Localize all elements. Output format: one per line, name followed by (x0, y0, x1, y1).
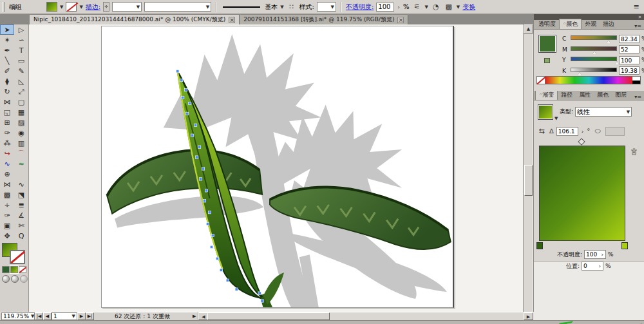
gradient-tab-渐变[interactable]: ◦渐变 (535, 90, 558, 100)
paint-gradient-button[interactable] (10, 266, 18, 273)
scroll-up-icon[interactable]: ▲ (524, 24, 533, 33)
curve-arrow-tool[interactable]: ↪ (0, 148, 14, 158)
free-transform-tool[interactable]: ▢ (14, 97, 28, 107)
artboard-number-select[interactable]: 1▼ (52, 312, 77, 320)
next-page-icon[interactable]: ▶ (77, 312, 86, 320)
brush-dropdown-icon[interactable]: ▼ (280, 5, 283, 10)
color-tab-描边[interactable]: 描边 (600, 19, 618, 29)
prev-page-icon[interactable]: ◀ (43, 312, 52, 320)
stop-opacity-input[interactable]: 100› (584, 250, 606, 259)
color-tab-外观[interactable]: 外观 (582, 19, 600, 29)
tab-close-icon[interactable]: × (397, 17, 404, 23)
angle-stepper-icon[interactable]: › (581, 128, 585, 135)
wave-tool[interactable]: ≈ (14, 158, 28, 169)
gradient-tab-属性[interactable]: 属性 (576, 90, 594, 100)
measure-eyedropper-tool[interactable]: ✑ (0, 210, 14, 220)
mesh-tool[interactable]: ⊞ (0, 117, 14, 128)
opacity-link[interactable]: 不透明度: (346, 3, 374, 12)
slider-marker-K[interactable] (578, 72, 582, 75)
arc-tool[interactable]: ⌒ (14, 148, 28, 158)
align-grid-icon[interactable]: ▩ (444, 2, 454, 12)
blend-tool[interactable]: ◉ (14, 128, 28, 138)
shell-warp-tool[interactable]: ∿ (14, 179, 28, 189)
horizontal-scrollbar[interactable]: ◀ ▶ (198, 312, 533, 321)
live-paint-selection-tool[interactable]: ⬔ (14, 189, 28, 200)
scribble-tool[interactable]: ∻ (0, 200, 14, 210)
line-segment-tool[interactable]: ╲ (0, 55, 14, 66)
eraser-tool[interactable]: ◺ (14, 76, 28, 86)
fill-dropdown-icon[interactable]: ▼ (60, 5, 63, 10)
target-tool[interactable]: ⊕ (0, 169, 14, 179)
color-spectrum-bar[interactable] (536, 76, 641, 84)
artboard[interactable] (101, 26, 454, 308)
channel-value-Y[interactable]: 100 (619, 56, 639, 64)
paint-color-button[interactable] (2, 266, 10, 273)
align-dropdown-icon[interactable]: ▼ (457, 5, 460, 10)
document-tab-1[interactable]: Nipic_1018410_20131203144416878000.ai* @… (30, 15, 240, 24)
vertical-scrollbar[interactable]: ▲ (523, 24, 533, 312)
current-color-swatch[interactable] (538, 35, 556, 53)
graph-tool[interactable]: ▥ (14, 138, 28, 148)
magic-wand-tool[interactable]: ✶ (0, 35, 14, 45)
gradient-tab-颜色[interactable]: 颜色 (594, 90, 612, 100)
symbol-sprayer-tool[interactable]: ⁂ (0, 138, 14, 148)
live-paint-tool[interactable]: ▩ (0, 189, 14, 200)
stroke-panel-link[interactable]: 描边: (86, 3, 100, 12)
channel-value-K[interactable]: 19.38 (619, 66, 639, 75)
gradient-stop-end[interactable] (621, 242, 628, 249)
gradient-slider-preview[interactable] (539, 146, 625, 241)
style-combo[interactable]: ▼ (317, 2, 336, 12)
paintbrush-tool[interactable]: ✐ (0, 66, 14, 76)
reverse-gradient-icon[interactable]: ⇆ (536, 126, 547, 136)
scale-tool[interactable]: ⤢ (14, 86, 28, 97)
tab-close-icon[interactable]: × (229, 17, 235, 23)
stroke-swatch[interactable] (10, 250, 25, 264)
scroll-left-icon[interactable]: ◀ (198, 312, 208, 320)
zoom-level-select[interactable]: 119.75%▼ (1, 312, 35, 320)
screen-mode-full-button[interactable] (20, 275, 28, 283)
graph-style-icon[interactable]: ⚟ (412, 2, 422, 12)
canvas-area[interactable]: ▲ (29, 24, 533, 312)
dock-collapse-icon[interactable]: » (638, 14, 641, 20)
out-of-gamut-cube-icon[interactable] (544, 58, 550, 63)
direct-selection-tool[interactable]: ▷ (14, 24, 28, 35)
gradient-swatch[interactable] (538, 104, 553, 120)
first-page-icon[interactable]: |◀ (35, 312, 43, 320)
status-popup-icon[interactable]: ▶ (191, 314, 198, 319)
scroll-right-icon[interactable]: ▶ (524, 312, 533, 320)
channel-slider-Y[interactable] (571, 57, 617, 61)
screen-mode-normal-button[interactable] (2, 275, 10, 283)
gradient-type-select[interactable]: 线性▼ (575, 107, 632, 117)
gradient-stop-start[interactable] (536, 242, 543, 249)
stroke-color-swatch[interactable] (66, 2, 77, 12)
width-profile-combo[interactable]: ▼ (144, 2, 211, 12)
graph-style-dropdown-icon[interactable]: ▼ (424, 5, 428, 10)
type-tool[interactable]: T (14, 45, 28, 55)
screen-mode-full-menu-button[interactable] (11, 275, 19, 283)
shape-builder-tool[interactable]: ◱ (0, 107, 14, 117)
gradient-tab-路径[interactable]: 路径 (558, 90, 576, 100)
gradient-panel-menu-icon[interactable]: ▾≡ (632, 94, 644, 100)
stop-position-input[interactable]: 0› (582, 262, 603, 271)
blob-brush-tool[interactable]: ⧫ (0, 76, 14, 86)
rotate-tool[interactable]: ↻ (0, 86, 14, 97)
width-tool[interactable]: ⋈ (0, 97, 14, 107)
channel-slider-C[interactable] (571, 35, 617, 40)
color-tab-透明度[interactable]: 透明度 (535, 19, 559, 29)
stroke-weight-combo[interactable]: ▼ (112, 2, 142, 12)
color-tab-颜色[interactable]: ◦颜色 (559, 19, 582, 29)
slider-marker-Y[interactable] (615, 61, 619, 64)
stroke-weight-spinner[interactable]: ÷ (103, 2, 109, 12)
gradient-midpoint-marker[interactable] (578, 138, 585, 145)
gradient-tool[interactable]: ▨ (14, 117, 28, 128)
slice-tool[interactable]: ✄ (14, 220, 28, 231)
align-lines-tool[interactable]: ≣ (14, 200, 28, 210)
channel-slider-M[interactable] (571, 46, 617, 51)
channel-value-C[interactable]: 82.34 (619, 35, 639, 43)
channel-slider-K[interactable] (571, 68, 617, 72)
gradient-swatch-dropdown-icon[interactable]: ▼ (554, 116, 558, 121)
pencil-tool[interactable]: ✎ (14, 66, 28, 76)
control-bar-menu-icon[interactable]: ≡ (631, 2, 641, 12)
delete-stop-trash-icon[interactable] (630, 148, 638, 156)
horizontal-scroll-thumb[interactable] (207, 312, 330, 320)
